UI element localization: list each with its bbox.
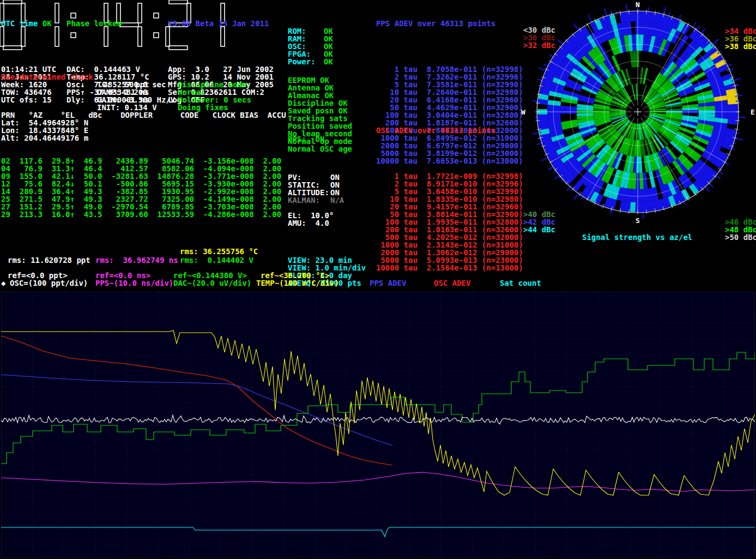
satellite-row: 02 117.6 29.8↑ 46.9 2436.89 5046.74 -3.1… — [1, 157, 286, 165]
dbc-legend-text: >44 dBc — [523, 225, 555, 234]
dbc-legend-item: >42 dBc — [523, 218, 555, 226]
osc-adev-row: 500 tau 4.2025e-012 (n=32000) — [376, 233, 523, 241]
dbc-legend-item: >44 dBc — [523, 226, 555, 233]
pps-adev-row: 5 tau 7.3581e-011 (n=32990) — [376, 81, 523, 88]
osc-adev-title: OSC ADEV over 46313 points — [376, 127, 523, 134]
osc-adev-row: 1 tau 1.7721e-009 (n=32998) — [376, 172, 523, 180]
satellite-row: 27 151.2 29.5↑ 49.0 -2970.54 6789.85 -3.… — [1, 203, 286, 211]
osc-adev-row: 100 tau 1.9935e-011 (n=32800) — [376, 218, 523, 226]
svg-text:W: W — [521, 108, 525, 116]
osc-adev-row: 2000 tau 1.3062e-012 (n=29000) — [376, 249, 523, 256]
receiver-mode: Overdetermined clock — [1, 73, 93, 81]
device-status-row: RAM:OK — [288, 35, 333, 43]
view-settings-line: VIEW: 1.0 min/div — [288, 264, 366, 272]
dbc-legend-item: <30 dBc — [523, 26, 555, 34]
satellite-row: 14 280.9 36.4↑ 49.3 -382.85 1930.95 -2.9… — [1, 188, 286, 195]
polar-caption: Signal strength vs az/el — [582, 233, 692, 241]
phase-locked-status: Phase locked — [66, 20, 149, 27]
fix-flag-row: PV:ON — [288, 173, 344, 181]
rms-dac: rms: 0.144402 V — [180, 256, 253, 264]
pps-state: PPS: ON — [288, 135, 324, 143]
osc-adev-row: 10000 tau 2.1564e-013 (n=13000) — [376, 264, 523, 272]
device-status-row: ROM:OK — [288, 27, 333, 35]
fix-flag-row: STATIC:ON — [288, 181, 344, 189]
pps-adev-title: PPS ADEV over 46313 points — [376, 20, 523, 27]
legend-osc-adev: OSC ADEV — [434, 279, 470, 287]
utc-status-line: UTC time OK — [1, 20, 56, 27]
dbc-legend-top-right: >34 dBc>36 dBc>38 dBc — [725, 4, 756, 50]
satellite-row: 09 155.0 42.1↓ 50.0 -3281.63 14876.28 -3… — [1, 172, 286, 180]
dbc-legend-item: >32 dBc — [523, 41, 555, 49]
dbc-legend-item: >36 dBc — [725, 35, 756, 43]
pps-adev-row: 1 tau 8.7058e-011 (n=32998) — [376, 65, 523, 73]
health-status-item: Saved posn OK — [288, 107, 352, 115]
gpsdo-monitor-screen: UTC time OK 01:14:21 UTC28 Jan 2011Week:… — [0, 0, 756, 559]
dbc-legend-item: >38 dBc — [725, 43, 756, 50]
ref-pps: ref=<0.0 ns> — [95, 272, 150, 279]
dbc-legend-text: >50 dBc — [725, 233, 756, 242]
device-status-label: RAM: — [288, 35, 324, 43]
mask-line: EL: 10.0° — [288, 212, 334, 219]
rms-temp: rms: 36.255756 °C — [180, 248, 258, 255]
rms-osc: rms: 11.620728 ppt — [8, 256, 90, 264]
satellite-table: PRN °AZ °EL dBc DOPPLER CODE CLOCK BIAS … — [1, 96, 286, 233]
loop-param-line: DAMP: 1.200 — [97, 88, 175, 96]
osc-adev-row: 5000 tau 5.0993e-013 (n=23000) — [376, 256, 523, 264]
ref-dac: ref~<0.144380 V> — [173, 272, 247, 279]
osc-adev-row: 50 tau 3.8814e-011 (n=32900) — [376, 211, 523, 218]
dbc-legend-text: >38 dBc — [725, 42, 756, 51]
dbc-legend-text: >32 dBc — [523, 41, 555, 50]
legend-osc: OSC=(100 ppt/div) — [10, 279, 88, 287]
discipline-line: Normal — [178, 88, 251, 96]
ref-temp: ref~<36.200 °C> — [261, 272, 329, 279]
device-status-label: ROM: — [288, 27, 324, 35]
health-status-item: EEPROM OK — [288, 76, 352, 84]
fix-flag-label: STATIC: — [288, 181, 330, 189]
osc-adev-row: 10 tau 1.8335e-010 (n=32980) — [376, 195, 523, 203]
dbc-legend-item: >50 dBc — [725, 233, 756, 241]
osc-adev-row: 20 tau 9.4157e-011 (n=32960) — [376, 203, 523, 211]
svg-text:E: E — [751, 108, 755, 116]
strip-chart[interactable] — [1, 292, 755, 558]
dbc-legend-item: >30 dBc — [523, 34, 555, 41]
satellite-row: 12 75.6 82.4↓ 50.1 -500.86 5695.15 -3.93… — [1, 180, 286, 188]
health-status-item: Position saved — [288, 122, 352, 130]
utc-time-label: UTC time — [1, 19, 43, 28]
health-status-item: Discipline OK — [288, 99, 352, 107]
legend-temp: TEMP~(100 m°C/div) — [256, 279, 339, 287]
svg-text:N: N — [636, 1, 640, 9]
dbc-legend-top-left: <30 dBc>30 dBc>32 dBc — [523, 3, 555, 49]
dbc-legend-bottom-right: >46 dBc>48 dBc>50 dBc — [725, 195, 756, 241]
dbc-legend-bottom-left: >40 dBc>42 dBc>44 dBc — [523, 188, 555, 233]
plot-marker-icon: ◆ — [1, 279, 5, 287]
osc-adev-row: 5 tau 3.6458e-010 (n=32990) — [376, 188, 523, 195]
osc-adev-block: OSC ADEV over 46313 points 1 tau 1.7721e… — [376, 111, 523, 287]
mask-line: AMU: 4.0 — [288, 219, 334, 227]
satellite-row: 04 76.9 31.3↑ 46.4 412.57 8582.06 -4.094… — [1, 165, 286, 172]
fix-flag-label: PV: — [288, 173, 330, 181]
pps-adev-row: 20 tau 6.4168e-011 (n=32960) — [376, 96, 523, 104]
rms-pps: rms: 36.962749 ns — [95, 256, 178, 264]
satellite-rows: 02 117.6 29.8↑ 46.9 2436.89 5046.74 -3.1… — [1, 134, 286, 218]
dbc-legend-item: >40 dBc — [523, 211, 555, 218]
dbc-legend-item: >48 dBc — [725, 226, 756, 233]
legend-pps-adev: PPS ADEV — [370, 279, 406, 287]
osc-adev-row: 200 tau 1.0163e-011 (n=32600) — [376, 226, 523, 233]
health-status-item: Tracking sats — [288, 115, 352, 122]
svg-text:S: S — [636, 217, 640, 225]
view-settings-line: VIEW: 23.0 min — [288, 256, 366, 264]
satellite-row: 29 213.3 16.0↑ 43.5 3709.60 12533.59 -4.… — [1, 211, 286, 218]
device-status-row: OSC:OK — [288, 43, 333, 50]
osc-adev-row: 2 tau 8.9171e-010 (n=32996) — [376, 180, 523, 188]
satellite-table-header: PRN °AZ °EL dBc DOPPLER CODE CLOCK BIAS … — [1, 111, 286, 119]
utc-time-status: OK — [43, 19, 52, 28]
legend-dac: DAC~(20.0 uV/div) — [173, 279, 251, 287]
osc-adev-row: 1000 tau 2.3143e-012 (n=31000) — [376, 241, 523, 249]
discipline-line: Discipline mode: — [178, 81, 251, 88]
pps-adev-row: 10 tau 7.2640e-011 (n=32980) — [376, 88, 523, 96]
pps-adev-row: 2 tau 7.3262e-011 (n=32996) — [376, 73, 523, 81]
mask-list: EL: 10.0°AMU: 4.0 — [288, 189, 334, 227]
legend-pps: PPS~(10.0 ns/div) — [95, 279, 173, 287]
legend-sat-count: Sat count — [500, 279, 541, 287]
pps-adev-row: 50 tau 4.4629e-011 (n=32900) — [376, 104, 523, 111]
